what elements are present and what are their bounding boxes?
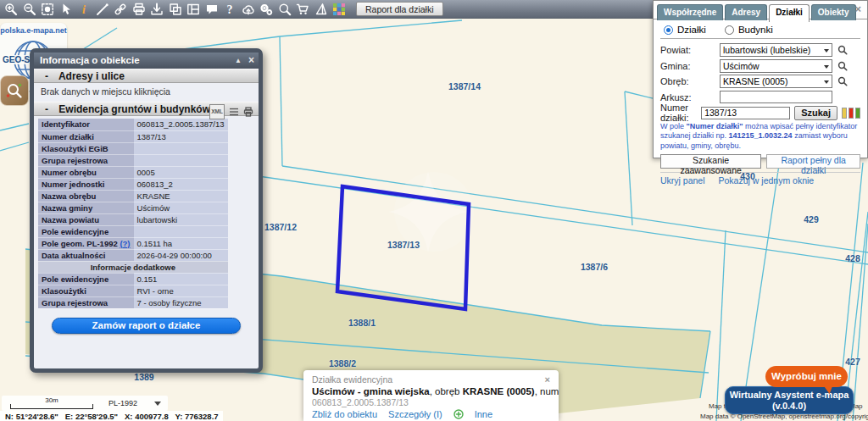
attribute-label: Klasoużytki EGiB bbox=[38, 142, 134, 154]
status-chip bbox=[849, 108, 854, 119]
assistant-version: (v.0.4.0) bbox=[726, 401, 853, 412]
attribute-value: KRASNE bbox=[134, 190, 228, 202]
try-me-bubble[interactable]: Wypróbuj mnie bbox=[765, 366, 848, 387]
obreb-row: Obręb:KRASNE (0005) bbox=[660, 75, 860, 88]
parcel-label: 1389 bbox=[134, 372, 153, 382]
search-button[interactable]: Szukaj bbox=[794, 106, 837, 120]
order-parcel-report-button[interactable]: Zamów raport o działce bbox=[52, 318, 241, 334]
attribute-row: Pole ewidencyjne bbox=[38, 225, 228, 237]
pointer-icon[interactable] bbox=[59, 3, 73, 16]
perspective-icon[interactable] bbox=[314, 3, 328, 16]
feature-actions: Zbliż do obiektuSzczegóły (I)Inne bbox=[312, 409, 550, 419]
details-link[interactable]: Szczegóły (I) bbox=[388, 409, 442, 419]
attribute-value: lubartowski bbox=[134, 213, 228, 225]
parcel-label: 1387/14 bbox=[448, 81, 481, 91]
close-icon[interactable]: × bbox=[854, 3, 861, 14]
magnifier-icon[interactable] bbox=[837, 76, 848, 86]
advanced-search-button[interactable]: Szukanie zaawansowane bbox=[660, 154, 761, 169]
attribute-row: Numer obrębu0005 bbox=[38, 166, 228, 178]
obreb-select[interactable]: KRASNE (0005) bbox=[720, 75, 832, 88]
object-info-panel: Informacja o obiekcie ▲ × - Adresy i uli… bbox=[30, 48, 263, 373]
parcel-number-input[interactable] bbox=[701, 107, 790, 119]
print-icon[interactable] bbox=[243, 107, 253, 117]
help-icon[interactable]: ? bbox=[223, 3, 236, 16]
search-icon[interactable] bbox=[278, 3, 292, 16]
zoom-in-icon[interactable] bbox=[4, 3, 18, 16]
collapse-icon[interactable]: ▲ bbox=[235, 53, 242, 69]
colors-icon[interactable] bbox=[332, 3, 346, 16]
arkusz-input[interactable] bbox=[720, 91, 832, 103]
magnifier-icon bbox=[5, 81, 24, 100]
cart-icon[interactable] bbox=[296, 3, 309, 16]
print-icon[interactable] bbox=[132, 3, 146, 16]
close-icon[interactable]: × bbox=[545, 374, 550, 385]
tab-dzialki[interactable]: Działki bbox=[769, 4, 810, 22]
list-icon[interactable] bbox=[229, 107, 239, 117]
other-link[interactable]: Inne bbox=[475, 409, 492, 419]
report-for-parcel-button[interactable]: Raport dla działki bbox=[356, 2, 443, 16]
attribute-row: Data aktualności2026-04-29 00:00:00 bbox=[38, 249, 228, 261]
zoom-to-object-link[interactable]: Zbliż do obiektu bbox=[312, 409, 377, 419]
attribute-row: Nazwa gminyUścimów bbox=[38, 202, 228, 213]
radio-icon bbox=[664, 25, 673, 35]
add-icon[interactable] bbox=[453, 409, 464, 419]
chevron-down-icon[interactable] bbox=[154, 402, 161, 406]
magnifier-icon[interactable] bbox=[837, 61, 848, 71]
status-chip bbox=[842, 108, 847, 119]
radio-budynki[interactable]: Budynki bbox=[725, 25, 773, 35]
full-parcel-report-button[interactable]: Raport pełny dla działki bbox=[766, 154, 860, 169]
parcel-label: 429 bbox=[804, 214, 819, 224]
tab-wspolrzedne[interactable]: Współrzędne bbox=[657, 4, 723, 20]
parcel-label: 1387/13 bbox=[387, 240, 420, 250]
panels-icon[interactable] bbox=[186, 3, 200, 16]
radio-icon bbox=[725, 25, 734, 35]
search-hint-text: W pole "Numer działki" można wpisać pełn… bbox=[660, 122, 860, 152]
attribute-row: Grupa rejestrowa7 - osoby fizyczne bbox=[38, 296, 228, 308]
crs-selector[interactable]: PL-1992 bbox=[108, 399, 137, 407]
section-addresses[interactable]: - Adresy i ulice bbox=[34, 69, 259, 83]
link-icon[interactable] bbox=[114, 3, 127, 16]
attribute-label: Nazwa obrębu bbox=[38, 190, 134, 202]
hide-panel-link[interactable]: Ukryj panel bbox=[660, 175, 705, 186]
parcel-search-panel: WspółrzędneAdresyDziałkiObiekty × Działk… bbox=[653, 0, 868, 158]
attribute-label: Numer obrębu bbox=[38, 166, 134, 178]
section-title: Adresy i ulice bbox=[58, 70, 125, 82]
gmina-row: Gmina:Uścimów bbox=[660, 59, 860, 73]
tab-obiekty[interactable]: Obiekty bbox=[811, 4, 856, 20]
magnifier-icon[interactable] bbox=[837, 45, 848, 55]
attribute-value: 0.1511 ha bbox=[134, 237, 228, 249]
section-egib[interactable]: - Ewidencja gruntów i budynków XML bbox=[34, 102, 259, 116]
toolbar-icons: i? bbox=[4, 3, 346, 16]
gmina-select[interactable]: Uścimów bbox=[720, 59, 832, 73]
panel-titlebar[interactable]: Informacja o obiekcie ▲ × bbox=[34, 53, 259, 69]
copy-icon[interactable] bbox=[169, 3, 182, 16]
powiat-select[interactable]: lubartowski (lubelskie) bbox=[720, 43, 832, 57]
close-icon[interactable]: × bbox=[248, 53, 254, 69]
no-data-message: Brak danych w miejscu kliknięcia bbox=[34, 83, 259, 102]
main-toolbar: i? Raport dla działki bbox=[0, 0, 654, 19]
divider bbox=[660, 38, 860, 39]
attribute-label: Data aktualności bbox=[38, 249, 134, 261]
draw-line-icon[interactable] bbox=[96, 3, 109, 16]
info-icon[interactable]: i bbox=[77, 3, 91, 16]
zoom-out-icon[interactable] bbox=[23, 3, 36, 16]
download-icon[interactable] bbox=[150, 3, 164, 16]
select-area-icon[interactable] bbox=[41, 3, 54, 16]
tab-adresy[interactable]: Adresy bbox=[725, 4, 767, 20]
xml-export-icon[interactable]: XML bbox=[209, 104, 225, 119]
photo-search-tool[interactable] bbox=[0, 75, 29, 106]
radio-dzialki[interactable]: Działki bbox=[664, 25, 706, 35]
cloud-upload-icon[interactable] bbox=[242, 3, 255, 16]
help-link[interactable]: (?) bbox=[120, 239, 130, 248]
section-title: Ewidencja gruntów i budynków bbox=[58, 103, 210, 115]
settings-icon[interactable] bbox=[259, 3, 273, 16]
attribute-value bbox=[134, 225, 228, 237]
attribute-row: Identyfikator060813_2.0005.1387/13 bbox=[38, 119, 228, 130]
comment-icon[interactable] bbox=[205, 3, 219, 16]
e-mapa-geoportal-app: 1387/144304291387/121387/131387/64284271… bbox=[0, 0, 868, 421]
section-dash: - bbox=[45, 70, 48, 82]
search-type-radios: DziałkiBudynki bbox=[664, 25, 860, 35]
show-one-window-link[interactable]: Pokazuj w jednym oknie bbox=[719, 175, 815, 186]
powiat-row: Powiat:lubartowski (lubelskie) bbox=[660, 43, 860, 57]
attribute-value: 1387/13 bbox=[134, 130, 228, 142]
